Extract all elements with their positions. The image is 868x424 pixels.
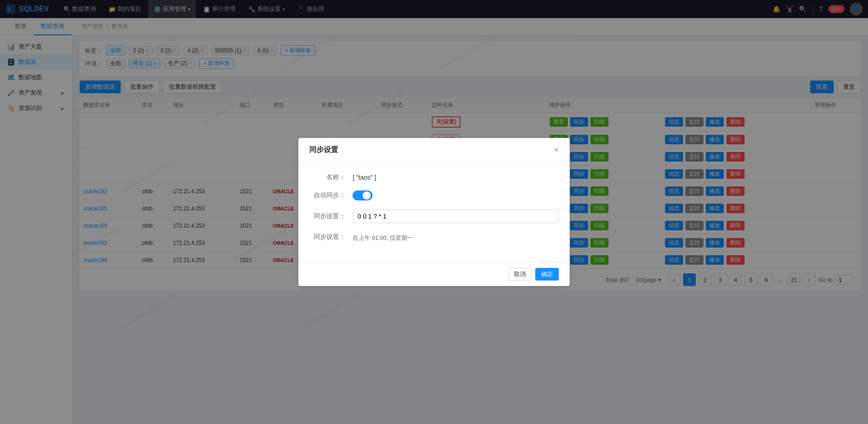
form-row-name: 名称： [ "taos" ] [309, 173, 559, 181]
cancel-button[interactable]: 取消 [508, 268, 532, 281]
modal-footer: 取消 确定 [298, 262, 570, 286]
form-label-sync-hint: 同步设置： [309, 233, 345, 241]
toggle-slider [353, 191, 373, 200]
form-row-sync-hint: 同步设置： 在上午 01:00, 仅星期一 [309, 232, 559, 242]
form-row-sync-settings: 同步设置： [309, 210, 559, 223]
form-row-autosync: 自动同步： [309, 191, 559, 200]
modal-body: 名称： [ "taos" ] 自动同步： 同步设置： 同步设置： 在上午 01:… [298, 162, 570, 262]
autosync-toggle[interactable] [353, 191, 373, 200]
modal-title: 同步设置 [309, 145, 338, 155]
sync-settings-input[interactable] [353, 210, 559, 223]
form-label-sync: 同步设置： [309, 212, 345, 220]
modal-header: 同步设置 × [298, 138, 570, 162]
modal-close-button[interactable]: × [554, 145, 559, 155]
form-label-name: 名称： [309, 173, 345, 181]
confirm-button[interactable]: 确定 [535, 268, 559, 281]
cron-hint-text: 在上午 01:00, 仅星期一 [353, 234, 413, 242]
sync-settings-modal: 同步设置 × 名称： [ "taos" ] 自动同步： 同步设置： [298, 138, 570, 286]
form-value-name: [ "taos" ] [353, 174, 559, 181]
form-label-autosync: 自动同步： [309, 191, 345, 200]
modal-overlay: 同步设置 × 名称： [ "taos" ] 自动同步： 同步设置： [0, 0, 868, 424]
